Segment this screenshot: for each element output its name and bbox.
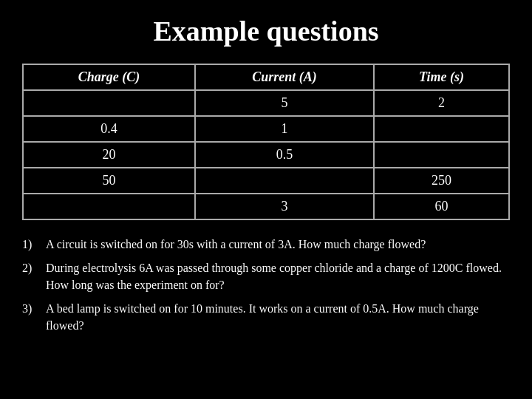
table-cell: 250 bbox=[374, 168, 509, 194]
table-cell: 5 bbox=[195, 90, 374, 116]
table-row: 360 bbox=[23, 194, 509, 219]
data-table: Charge (C) Current (A) Time (s) 520.4120… bbox=[22, 64, 510, 220]
question-text: A circuit is switched on for 30s with a … bbox=[46, 236, 510, 253]
table-cell bbox=[23, 194, 195, 219]
table-cell bbox=[195, 168, 374, 194]
page-title: Example questions bbox=[22, 15, 510, 47]
table-cell bbox=[374, 116, 509, 142]
col-header-charge: Charge (C) bbox=[23, 64, 195, 90]
table-row: 200.5 bbox=[23, 142, 509, 168]
table-row: 0.41 bbox=[23, 116, 509, 142]
table-cell bbox=[23, 90, 195, 116]
table-cell: 60 bbox=[374, 194, 509, 219]
table-header-row: Charge (C) Current (A) Time (s) bbox=[23, 64, 509, 90]
table-row: 52 bbox=[23, 90, 509, 116]
question-text: During electrolysis 6A was passed throug… bbox=[46, 260, 510, 293]
question-number: 2) bbox=[22, 260, 40, 293]
question-number: 3) bbox=[22, 301, 40, 334]
table-cell: 50 bbox=[23, 168, 195, 194]
table-cell: 2 bbox=[374, 90, 509, 116]
question-number: 1) bbox=[22, 236, 40, 253]
table-row: 50250 bbox=[23, 168, 509, 194]
table-cell: 1 bbox=[195, 116, 374, 142]
question-item: 1)A circuit is switched on for 30s with … bbox=[22, 236, 510, 253]
question-item: 2)During electrolysis 6A was passed thro… bbox=[22, 260, 510, 293]
table-cell bbox=[374, 142, 509, 168]
page-container: Example questions Charge (C) Current (A)… bbox=[0, 0, 532, 399]
questions-section: 1)A circuit is switched on for 30s with … bbox=[22, 236, 510, 334]
question-item: 3)A bed lamp is switched on for 10 minut… bbox=[22, 301, 510, 334]
col-header-current: Current (A) bbox=[195, 64, 374, 90]
table-cell: 0.4 bbox=[23, 116, 195, 142]
table-cell: 0.5 bbox=[195, 142, 374, 168]
question-text: A bed lamp is switched on for 10 minutes… bbox=[46, 301, 510, 334]
table-cell: 20 bbox=[23, 142, 195, 168]
col-header-time: Time (s) bbox=[374, 64, 509, 90]
table-cell: 3 bbox=[195, 194, 374, 219]
